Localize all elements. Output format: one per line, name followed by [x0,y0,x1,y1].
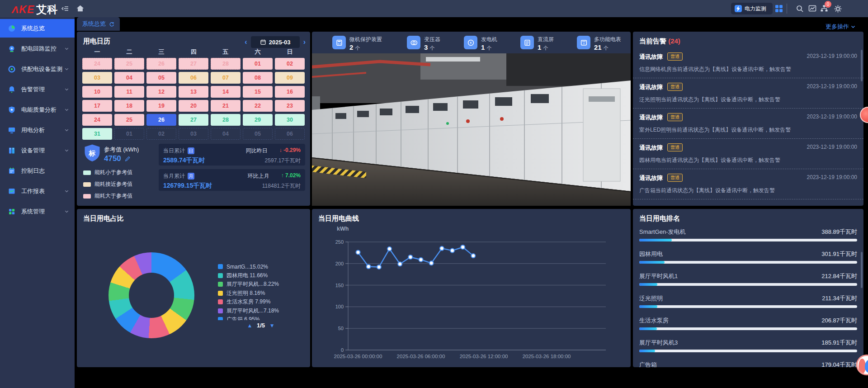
calendar-day-05[interactable]: 05 [146,72,176,84]
calendar-day-10[interactable]: 10 [82,86,112,98]
device-count: 3 个 [424,44,440,51]
alarm-item[interactable]: 通讯故障普通2023-12-19 19:00:00广告箱当前通讯状态为【离线】设… [633,169,863,199]
usage-donut-chart[interactable] [108,252,194,338]
energy-report-icon[interactable] [808,5,816,13]
calendar-day-31[interactable]: 31 [82,128,112,140]
calendar-day-26[interactable]: 26 [146,58,176,70]
calendar-day-09[interactable]: 09 [275,72,305,84]
more-actions-link[interactable]: 更多操作 [826,23,856,31]
calendar-day-04[interactable]: 04 [211,128,241,140]
pie-legend-item[interactable]: 泛光照明 8.16% [218,289,304,298]
pie-legend-item[interactable]: 园林用电 11.66% [218,271,304,280]
calendar-day-25[interactable]: 25 [114,58,144,70]
calendar-day-28[interactable]: 28 [211,114,241,126]
apps-grid-icon[interactable] [775,5,783,13]
calendar-day-08[interactable]: 08 [243,72,273,84]
calendar-day-21[interactable]: 21 [211,100,241,112]
ranking-bar-track [639,305,857,308]
usage-line-chart[interactable]: 0501001502002502025-03-26 00:00:002025-0… [312,209,631,367]
alarm-description: 广告箱当前通讯状态为【离线】设备通讯中断，触发告警 [639,187,775,194]
calendar-day-22[interactable]: 22 [243,100,273,112]
sidebar-item-3[interactable]: 供配电设备监测 [0,60,75,78]
legend-swatch [83,182,91,187]
refresh-icon[interactable] [108,21,114,27]
search-icon[interactable] [796,5,804,13]
pie-legend-item[interactable]: 展厅平时风机...8.22% [218,280,304,289]
alarm-item[interactable]: 通讯故障普通2023-12-19 19:00:00泛光照明当前通讯状态为【离线】… [633,78,863,109]
ranking-value: 301.91千瓦时 [821,250,857,258]
sidebar-item-2[interactable]: 配电回路监控 [0,39,75,58]
calendar-day-02[interactable]: 02 [275,58,305,70]
pie-legend-item[interactable]: 广告箱 6.95% [218,315,304,320]
tab-system-overview[interactable]: 系统总览 [77,17,120,31]
calendar-day-24[interactable]: 24 [82,58,112,70]
sidebar-item-5[interactable]: 电能质量分析 [0,100,75,119]
sidebar-item-1[interactable]: 系统总览 [0,19,75,38]
legend-swatch [218,299,223,304]
calendar-day-27[interactable]: 27 [179,58,208,70]
calendar-day-02[interactable]: 02 [146,128,176,140]
ranking-row: 展厅平时风机3185.91千瓦时 [639,339,857,347]
alarms-title: 当前告警 (24) [639,37,680,46]
ranking-scrollbar[interactable] [861,252,863,288]
calendar-day-16[interactable]: 16 [275,86,305,98]
calendar-day-07[interactable]: 07 [211,72,241,84]
daily-usage-share-panel: 当日用电占比 SmartG...15.02%园林用电 11.66%展厅平时风机.… [77,209,310,367]
calendar-day-13[interactable]: 13 [179,86,208,98]
sidebar-item-6[interactable]: 用电分析 [0,121,75,139]
calendar-day-01[interactable]: 01 [114,128,144,140]
calendar-day-23[interactable]: 23 [275,100,305,112]
calendar-day-12[interactable]: 12 [146,86,176,98]
calendar-day-29[interactable]: 29 [243,114,273,126]
calendar-day-26[interactable]: 26 [146,114,176,126]
sidebar-item-7[interactable]: 设备管理 [0,141,75,160]
calendar-day-28[interactable]: 28 [211,58,241,70]
calendar-day-01[interactable]: 01 [243,58,273,70]
calendar-day-11[interactable]: 11 [114,86,144,98]
svg-text:150: 150 [335,283,344,288]
meter-icon [577,36,590,49]
logo-cn: 艾科 [36,4,58,15]
calendar-day-25[interactable]: 25 [114,114,144,126]
calendar-day-27[interactable]: 27 [179,114,208,126]
calendar-day-30[interactable]: 30 [275,114,305,126]
calendar-day-03[interactable]: 03 [82,72,112,84]
sidebar-item-9[interactable]: 工作报表 [0,182,75,200]
collapse-sidebar-icon[interactable] [61,5,69,13]
alarm-item[interactable]: 通讯故障普通2023-12-19 19:00:00园林用电当前通讯状态为【离线】… [633,139,863,169]
calendar-day-19[interactable]: 19 [146,100,176,112]
gear-icon[interactable] [834,5,842,13]
legend-label: 展厅平时风机...8.22% [226,280,279,288]
calendar-day-06[interactable]: 06 [179,72,208,84]
calendar-day-24[interactable]: 24 [82,114,112,126]
calendar-day-14[interactable]: 14 [211,86,241,98]
stat-value: 126799.15千瓦时 [163,182,212,190]
sidebar-item-10[interactable]: 系统管理 [0,202,75,221]
power-monitor-button[interactable]: 电力监测 [731,3,773,14]
next-month-button[interactable]: › [303,37,306,47]
edit-pencil-icon[interactable] [124,156,131,162]
stat-tag: 当月累计 [163,172,185,180]
calendar-day-18[interactable]: 18 [114,100,144,112]
calendar-day-20[interactable]: 20 [179,100,208,112]
svg-text:50: 50 [338,326,344,331]
calendar-day-04[interactable]: 04 [114,72,144,84]
pie-legend-item[interactable]: 展厅平时风机...7.18% [218,307,304,316]
calendar-day-03[interactable]: 03 [179,128,208,140]
calendar-day-17[interactable]: 17 [82,100,112,112]
calendar-day-05[interactable]: 05 [243,128,273,140]
legend-page-up-icon[interactable]: ▲ [247,322,252,329]
sidebar-item-8[interactable]: 控制日志 [0,161,75,180]
home-icon[interactable] [76,4,85,13]
legend-page-down-icon[interactable]: ▼ [269,322,275,329]
prev-month-button[interactable]: ‹ [245,37,247,47]
sidebar-item-4[interactable]: 告警管理 [0,80,75,99]
alarm-item[interactable]: 通讯故障普通2023-12-19 19:00:00信息网络机房当前通讯状态为【离… [633,48,863,78]
pie-legend-item[interactable]: 生活水泵房 7.99% [218,298,304,307]
month-picker[interactable]: 2025-03 [251,36,300,48]
calendar-day-06[interactable]: 06 [275,128,305,140]
alarm-scrollbar[interactable] [861,50,863,81]
alarm-item[interactable]: 通讯故障普通2023-12-19 19:00:00室外LED照明当前通讯状态为【… [633,109,863,139]
pie-legend-item[interactable]: SmartG...15.02% [218,262,304,271]
calendar-day-15[interactable]: 15 [243,86,273,98]
